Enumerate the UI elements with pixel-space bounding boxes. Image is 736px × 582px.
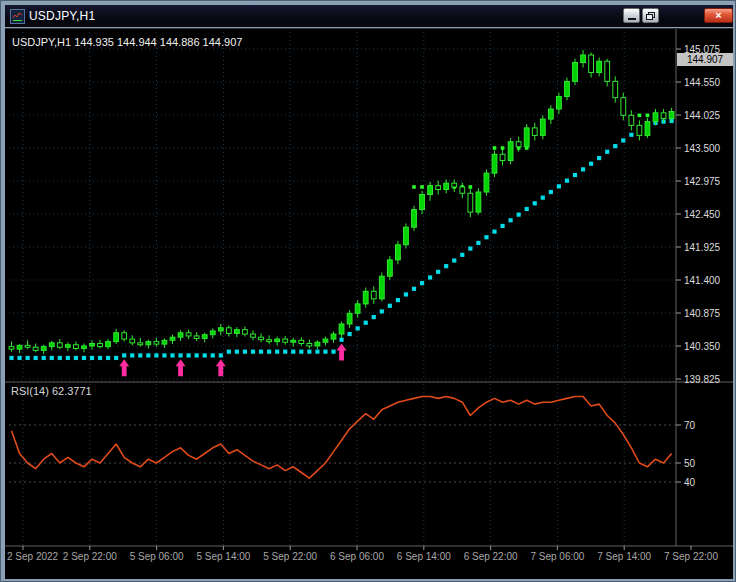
minimize-button[interactable] — [623, 8, 640, 23]
ohlc-label: USDJPY,H1 144.935 144.944 144.886 144.90… — [12, 36, 242, 48]
restore-button[interactable] — [642, 8, 659, 23]
chart-canvas: 145.075144.550144.025143.500142.975142.4… — [5, 29, 733, 579]
rsi-plot-area[interactable] — [9, 384, 675, 545]
window-title: USDJPY,H1 — [29, 9, 95, 23]
time-scale[interactable] — [5, 546, 733, 579]
chart-area: 145.075144.550144.025143.500142.975142.4… — [5, 28, 733, 579]
chart-window-icon — [10, 9, 25, 24]
close-button[interactable]: × — [704, 8, 733, 23]
rsi-indicator-label: RSI(14) 62.3771 — [11, 385, 92, 397]
current-price-box: 144.907 — [677, 53, 733, 66]
minimize-icon — [628, 18, 636, 20]
restore-icon — [646, 12, 655, 20]
main-plot-area[interactable] — [9, 32, 675, 380]
chart-window: USDJPY,H1 × 145.075144.550144.025143.500… — [0, 0, 736, 582]
window-titlebar[interactable]: USDJPY,H1 × — [5, 5, 733, 27]
price-scale[interactable] — [676, 29, 733, 546]
